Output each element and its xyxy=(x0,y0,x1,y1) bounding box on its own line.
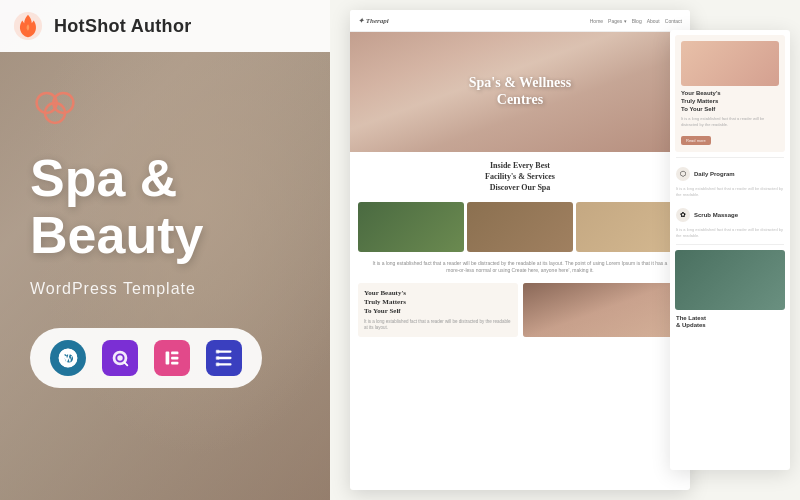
website-preview-secondary: Your Beauty'sTruly MattersTo Your Self I… xyxy=(670,30,790,470)
svg-text:W: W xyxy=(63,354,73,364)
scrub-massage-text: It is a long established fact that a rea… xyxy=(670,227,790,239)
scrub-massage-row: ✿ Scrub Massage xyxy=(670,203,790,227)
card-image-right xyxy=(523,283,683,338)
brand-name: HotShot Author xyxy=(54,16,192,37)
divider-1 xyxy=(676,157,784,158)
daily-program-row: ⬡ Daily Program xyxy=(670,162,790,186)
svg-rect-10 xyxy=(216,350,220,354)
gallery-item-2 xyxy=(467,202,573,252)
website-body: Inside Every BestFacility's & ServicesDi… xyxy=(350,152,690,350)
svg-rect-7 xyxy=(171,352,178,355)
uf-icon xyxy=(206,340,242,376)
nav-link-about: About xyxy=(647,18,660,24)
secondary-card-1-img xyxy=(681,41,779,86)
svg-rect-11 xyxy=(216,357,220,361)
plugins-pill: W xyxy=(30,328,262,388)
brand-logo-icon xyxy=(12,10,44,42)
wordpress-icon: W xyxy=(50,340,86,376)
secondary-bottom-img xyxy=(675,250,785,310)
website-nav: ✦ Therapi Home Pages ▾ Blog About Contac… xyxy=(350,10,690,32)
section-title: Inside Every BestFacility's & ServicesDi… xyxy=(358,160,682,194)
svg-rect-9 xyxy=(171,362,178,365)
top-bar: HotShot Author xyxy=(0,0,330,52)
left-content: Spa &Beauty WordPress Template W xyxy=(30,80,262,388)
website-nav-links: Home Pages ▾ Blog About Contact xyxy=(590,18,682,24)
website-hero-text: Spa's & WellnessCentres xyxy=(469,75,571,109)
secondary-card-1-title: Your Beauty'sTruly MattersTo Your Self xyxy=(681,90,779,113)
scrub-massage-icon: ✿ xyxy=(676,208,690,222)
website-preview-main: ✦ Therapi Home Pages ▾ Blog About Contac… xyxy=(350,10,690,490)
website-gallery xyxy=(358,202,682,252)
svg-rect-6 xyxy=(166,352,170,365)
gallery-item-1 xyxy=(358,202,464,252)
website-logo: ✦ Therapi xyxy=(358,17,389,25)
secondary-bottom-text: The Latest& Updates xyxy=(670,315,790,331)
subtitle: WordPress Template xyxy=(30,280,262,298)
secondary-card-1-text: It is a long established fact that a rea… xyxy=(681,116,779,127)
website-hero: Spa's & WellnessCentres xyxy=(350,32,690,152)
scrub-massage-title: Scrub Massage xyxy=(694,212,738,218)
secondary-card-1-btn[interactable]: Read more xyxy=(681,136,711,145)
nav-link-blog: Blog xyxy=(632,18,642,24)
card-beauty-left-text: It is a long established fact that a rea… xyxy=(364,319,512,332)
card-beauty-left-title: Your Beauty'sTruly MattersTo Your Self xyxy=(364,289,512,316)
trinity-icon xyxy=(30,80,262,134)
website-body-text: It is a long established fact that a rea… xyxy=(358,260,682,275)
latest-updates-title: The Latest& Updates xyxy=(676,315,784,331)
elementor-icon xyxy=(154,340,190,376)
divider-2 xyxy=(676,244,784,245)
website-cards: Your Beauty'sTruly MattersTo Your Self I… xyxy=(358,283,682,338)
card-beauty-left: Your Beauty'sTruly MattersTo Your Self I… xyxy=(358,283,518,338)
secondary-card-1: Your Beauty'sTruly MattersTo Your Self I… xyxy=(675,35,785,152)
right-panel: ✦ Therapi Home Pages ▾ Blog About Contac… xyxy=(330,0,800,500)
daily-program-title: Daily Program xyxy=(694,171,735,177)
left-panel: HotShot Author Spa &Beauty WordPress Tem… xyxy=(0,0,330,500)
nav-link-contact: Contact xyxy=(665,18,682,24)
svg-rect-12 xyxy=(216,363,220,367)
daily-program-text: It is a long established fact that a rea… xyxy=(670,186,790,198)
svg-rect-8 xyxy=(171,357,178,360)
daily-program-icon: ⬡ xyxy=(676,167,690,181)
gallery-item-3 xyxy=(576,202,682,252)
nav-link-home: Home xyxy=(590,18,603,24)
nav-link-pages: Pages ▾ xyxy=(608,18,627,24)
redux-icon xyxy=(102,340,138,376)
main-title: Spa &Beauty xyxy=(30,150,262,264)
website-hero-title: Spa's & WellnessCentres xyxy=(469,75,571,109)
